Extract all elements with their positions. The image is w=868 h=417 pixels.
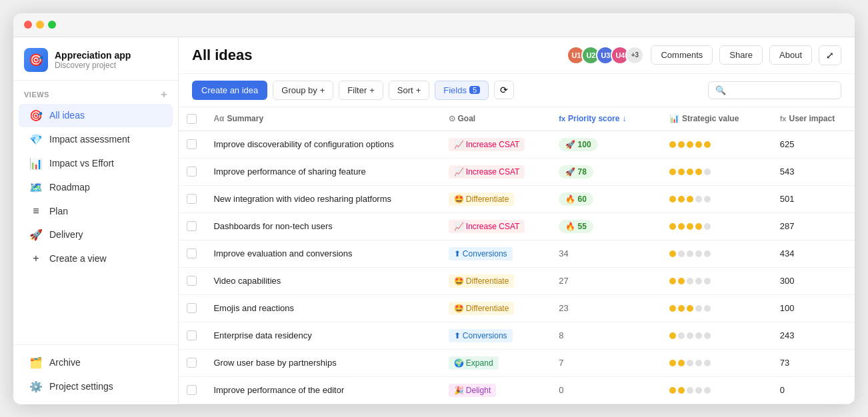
- row-checkbox[interactable]: [187, 167, 197, 177]
- dot-filled: [669, 169, 676, 175]
- app-info: Appreciation app Discovery project: [55, 50, 131, 70]
- priority-cell: 🔥 60: [551, 185, 661, 212]
- th-priority: fx Priority score ↓: [551, 107, 661, 131]
- sync-button[interactable]: ⟳: [494, 81, 514, 99]
- impact-col-label: User impact: [789, 114, 835, 123]
- goal-badge: 📈 Increase CSAT: [449, 138, 525, 151]
- row-checkbox[interactable]: [187, 194, 197, 204]
- sort-icon: +: [416, 85, 421, 95]
- goal-badge: 📈 Increase CSAT: [449, 165, 525, 179]
- row-checkbox[interactable]: [187, 248, 197, 258]
- sync-icon: ⟳: [500, 85, 508, 95]
- sidebar-item-project-settings[interactable]: ⚙️ Project settings: [19, 375, 173, 398]
- dot-empty: [678, 332, 685, 339]
- dot-empty: [704, 360, 711, 366]
- dot-empty: [704, 169, 711, 175]
- title-bar: [13, 13, 855, 37]
- goal-badge: 🤩 Differentiate: [449, 193, 515, 206]
- row-checkbox-cell: [179, 131, 205, 158]
- share-button[interactable]: Share: [719, 45, 763, 65]
- add-view-button[interactable]: +: [161, 89, 167, 101]
- sort-label: Sort: [397, 85, 413, 95]
- search-box[interactable]: 🔍: [708, 81, 841, 99]
- row-checkbox[interactable]: [187, 385, 197, 395]
- dot-filled: [687, 223, 693, 230]
- priority-badge: 🚀 100: [559, 138, 597, 151]
- row-checkbox[interactable]: [187, 303, 197, 313]
- fields-button[interactable]: Fields 5: [435, 81, 489, 100]
- goal-badge: 🎉 Delight: [449, 384, 497, 397]
- row-checkbox-cell: [179, 240, 205, 267]
- sort-button[interactable]: Sort +: [389, 81, 429, 100]
- summary-col-icon: Aα: [213, 114, 224, 123]
- strategic-cell: [661, 267, 772, 294]
- table-row: Emojis and reactions🤩 Differentiate23100: [179, 294, 855, 322]
- dot-filled: [678, 141, 685, 148]
- row-checkbox[interactable]: [187, 221, 197, 231]
- strategic-dots: [669, 332, 764, 339]
- impact-cell: 501: [772, 185, 855, 212]
- dot-empty: [687, 332, 693, 339]
- th-checkbox: [179, 107, 205, 131]
- table-header-row: Aα Summary ⊙ Goal: [179, 107, 855, 131]
- summary-cell: New integration with video resharing pla…: [205, 185, 440, 212]
- strategic-col-icon: 📊: [669, 114, 679, 123]
- row-checkbox-cell: [179, 158, 205, 185]
- sidebar-item-archive[interactable]: 🗂️ Archive: [19, 351, 173, 374]
- dot-filled: [678, 305, 685, 312]
- sidebar-item-delivery[interactable]: 🚀 Delivery: [19, 223, 173, 246]
- row-checkbox[interactable]: [187, 276, 197, 286]
- summary-cell: Video capabilities: [205, 267, 440, 294]
- dot-empty: [695, 387, 702, 394]
- goal-col-icon: ⊙: [449, 114, 455, 123]
- impact-col-icon: fx: [780, 115, 787, 123]
- all-ideas-icon: 🎯: [29, 109, 43, 122]
- dot-filled: [669, 196, 676, 203]
- sidebar-item-all-ideas[interactable]: 🎯 All ideas: [19, 104, 173, 127]
- expand-button[interactable]: ⤢: [819, 45, 841, 65]
- fullscreen-button[interactable]: [48, 21, 56, 29]
- dot-filled: [687, 305, 693, 312]
- impact-cell: 287: [772, 212, 855, 240]
- priority-cell: 0: [551, 376, 661, 404]
- dot-filled: [669, 360, 676, 366]
- minimize-button[interactable]: [36, 21, 44, 29]
- priority-cell: 7: [551, 349, 661, 376]
- row-checkbox[interactable]: [187, 139, 197, 149]
- priority-value: 34: [559, 248, 568, 258]
- filter-button[interactable]: Filter +: [339, 81, 383, 100]
- search-icon: 🔍: [715, 85, 726, 95]
- sidebar-item-impact-vs-effort[interactable]: 📊 Impact vs Effort: [19, 152, 173, 175]
- goal-badge: 📈 Increase CSAT: [449, 220, 525, 233]
- strategic-cell: [661, 212, 772, 240]
- dot-filled: [669, 223, 676, 230]
- sidebar-item-plan[interactable]: ≡ Plan: [19, 200, 173, 222]
- summary-cell: Improve performance of the editor: [205, 376, 440, 404]
- priority-cell: 34: [551, 240, 661, 267]
- select-all-checkbox[interactable]: [187, 114, 197, 124]
- strategic-cell: [661, 185, 772, 212]
- impact-assessment-icon: 💎: [29, 133, 43, 146]
- sidebar-item-create-view[interactable]: + Create a view: [19, 247, 173, 270]
- sidebar-item-label: Impact assessment: [49, 134, 130, 145]
- row-checkbox[interactable]: [187, 330, 197, 340]
- row-checkbox[interactable]: [187, 358, 197, 368]
- about-button[interactable]: About: [769, 45, 812, 65]
- sidebar-item-impact-assessment[interactable]: 💎 Impact assessment: [19, 128, 173, 151]
- summary-cell: Grow user base by partnerships: [205, 349, 440, 376]
- group-by-button[interactable]: Group by +: [273, 81, 333, 100]
- summary-cell: Improve performance of sharing feature: [205, 158, 440, 185]
- comments-button[interactable]: Comments: [651, 45, 713, 65]
- dot-empty: [704, 223, 711, 230]
- goal-badge: 🤩 Differentiate: [449, 274, 515, 288]
- dot-filled: [687, 141, 693, 148]
- close-button[interactable]: [24, 21, 32, 29]
- sidebar-item-roadmap[interactable]: 🗺️ Roadmap: [19, 176, 173, 199]
- create-idea-button[interactable]: Create an idea: [192, 81, 267, 100]
- priority-sort-icon[interactable]: ↓: [622, 114, 626, 123]
- plan-icon: ≡: [29, 205, 43, 217]
- strategic-cell: [661, 322, 772, 349]
- search-input[interactable]: [730, 85, 834, 95]
- goal-cell: 🌍 Expand: [441, 349, 551, 376]
- fields-label: Fields: [443, 85, 467, 95]
